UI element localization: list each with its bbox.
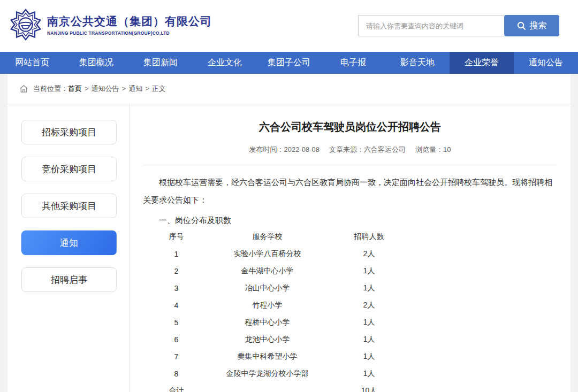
table-cell: 5 xyxy=(151,314,202,331)
table-cell: 8 xyxy=(151,365,202,382)
nav-item-3[interactable]: 企业文化 xyxy=(193,52,257,74)
table-header-0: 序号 xyxy=(151,228,202,245)
article-meta-item-2: 浏览量：10 xyxy=(415,145,451,155)
table-cell: 7 xyxy=(151,348,202,365)
table-cell: 金牛湖中心小学 xyxy=(202,263,333,280)
breadcrumb-separator: > xyxy=(145,84,149,93)
table-cell: 实验小学八百桥分校 xyxy=(202,245,333,263)
table-cell: 3 xyxy=(151,280,202,297)
table-cell: 1人 xyxy=(333,348,405,365)
table-cell: 2人 xyxy=(333,245,405,263)
table-cell: 1人 xyxy=(333,314,405,331)
article-title: 六合公司校车驾驶员岗位公开招聘公告 xyxy=(143,120,557,134)
company-name-english: NANJING PUBLIC TRANSPORTATION(GROUP)CO,L… xyxy=(47,30,212,36)
search-button[interactable]: 搜索 xyxy=(504,15,559,36)
content-columns: 招标采购项目竞价采购项目其他采购项目通知招聘启事 六合公司校车驾驶员岗位公开招聘… xyxy=(7,104,571,392)
sidebar-item-3[interactable]: 通知 xyxy=(21,230,117,255)
company-name-block: 南京公共交通（集团）有限公司 NANJING PUBLIC TRANSPORTA… xyxy=(47,14,212,36)
main-navigation: 网站首页集团概况集团新闻企业文化集团子公司电子报影音天地企业荣誉通知公告 xyxy=(0,52,578,74)
company-name: 南京公共交通（集团）有限公司 xyxy=(47,14,212,29)
meta-divider xyxy=(143,165,557,165)
nav-item-6[interactable]: 影音天地 xyxy=(385,52,450,74)
sidebar-item-4[interactable]: 招聘启事 xyxy=(21,267,117,292)
sidebar-item-2[interactable]: 其他采购项目 xyxy=(21,194,117,218)
section-heading: 一、岗位分布及职数 xyxy=(143,212,557,228)
nav-item-2[interactable]: 集团新闻 xyxy=(128,52,193,74)
article-meta-item-0: 发布时间：2022-08-08 xyxy=(249,145,320,155)
article-area: 六合公司校车驾驶员岗位公开招聘公告 发布时间：2022-08-08文章来源：六合… xyxy=(130,104,571,392)
table-cell: 1 xyxy=(151,245,202,263)
table-row: 2金牛湖中心小学1人 xyxy=(151,263,405,280)
content-container: 当前位置： 首页>通知公告>通知>正文 招标采购项目竞价采购项目其他采购项目通知… xyxy=(7,74,571,392)
table-row: 5程桥中心小学1人 xyxy=(151,314,405,331)
table-cell: 1人 xyxy=(333,263,405,280)
table-cell: 龙池中心小学 xyxy=(202,331,333,348)
nav-item-4[interactable]: 集团子公司 xyxy=(257,52,321,74)
table-cell: 竹程小学 xyxy=(202,297,333,314)
breadcrumb-item-0[interactable]: 首页 xyxy=(68,84,82,93)
home-icon xyxy=(19,84,28,93)
table-row: 8金陵中学龙湖分校小学部1人 xyxy=(151,365,405,382)
company-badge-icon xyxy=(10,8,42,41)
breadcrumb-items: 首页>通知公告>通知>正文 xyxy=(68,84,166,94)
breadcrumb-item-3: 正文 xyxy=(152,84,166,93)
nav-item-8[interactable]: 通知公告 xyxy=(514,52,578,74)
table-total-value: 10人 xyxy=(333,382,405,392)
article-meta-item-1: 文章来源：六合客运公司 xyxy=(329,145,406,155)
table-cell: 1人 xyxy=(333,280,405,297)
breadcrumb-separator: > xyxy=(85,84,89,93)
table-cell: 金陵中学龙湖分校小学部 xyxy=(202,365,333,382)
article-paragraph: 根据校车运营需要，经六合客运公司与六合区教育局协商一致，决定面向社会公开招聘校车… xyxy=(143,173,557,209)
table-header-2: 招聘人数 xyxy=(333,228,405,245)
table-row: 1实验小学八百桥分校2人 xyxy=(151,245,405,263)
table-total-value xyxy=(202,382,333,392)
table-row: 4竹程小学2人 xyxy=(151,297,405,314)
table-cell: 程桥中心小学 xyxy=(202,314,333,331)
table-cell: 4 xyxy=(151,297,202,314)
table-cell: 2人 xyxy=(333,297,405,314)
table-cell: 樊集中科希望小学 xyxy=(202,348,333,365)
table-row: 3冶山中心小学1人 xyxy=(151,280,405,297)
breadcrumb: 当前位置： 首页>通知公告>通知>正文 xyxy=(7,74,571,104)
sidebar-item-1[interactable]: 竞价采购项目 xyxy=(21,157,117,181)
table-cell: 1人 xyxy=(333,365,405,382)
breadcrumb-item-1[interactable]: 通知公告 xyxy=(92,84,119,93)
nav-item-5[interactable]: 电子报 xyxy=(321,52,385,74)
breadcrumb-separator: > xyxy=(122,84,126,93)
nav-item-7[interactable]: 企业荣誉 xyxy=(450,52,514,74)
search-button-label: 搜索 xyxy=(530,20,547,32)
table-header-1: 服务学校 xyxy=(202,228,333,245)
table-cell: 冶山中心小学 xyxy=(202,280,333,297)
table-total-row: 合计10人 xyxy=(151,382,405,392)
search-icon xyxy=(517,21,526,30)
recruitment-table: 序号服务学校招聘人数 1实验小学八百桥分校2人2金牛湖中心小学1人3冶山中心小学… xyxy=(151,228,405,392)
table-total-label: 合计 xyxy=(151,382,202,392)
breadcrumb-item-2[interactable]: 通知 xyxy=(128,84,142,93)
table-header-row: 序号服务学校招聘人数 xyxy=(151,228,405,245)
table-cell: 6 xyxy=(151,331,202,348)
site-search: 搜索 xyxy=(358,15,559,36)
nav-item-0[interactable]: 网站首页 xyxy=(0,52,64,74)
site-header: 南京公共交通（集团）有限公司 NANJING PUBLIC TRANSPORTA… xyxy=(0,0,578,52)
page-background: 当前位置： 首页>通知公告>通知>正文 招标采购项目竞价采购项目其他采购项目通知… xyxy=(0,74,578,392)
table-cell: 1人 xyxy=(333,331,405,348)
breadcrumb-label: 当前位置： xyxy=(33,84,68,94)
article-meta: 发布时间：2022-08-08文章来源：六合客运公司浏览量：10 xyxy=(143,145,557,155)
sidebar-menu: 招标采购项目竞价采购项目其他采购项目通知招聘启事 xyxy=(7,104,130,392)
search-input[interactable] xyxy=(358,15,504,36)
nav-item-1[interactable]: 集团概况 xyxy=(64,52,128,74)
company-logo[interactable]: 南京公共交通（集团）有限公司 NANJING PUBLIC TRANSPORTA… xyxy=(10,8,212,41)
table-row: 7樊集中科希望小学1人 xyxy=(151,348,405,365)
table-row: 6龙池中心小学1人 xyxy=(151,331,405,348)
table-cell: 2 xyxy=(151,263,202,280)
sidebar-item-0[interactable]: 招标采购项目 xyxy=(21,120,117,144)
